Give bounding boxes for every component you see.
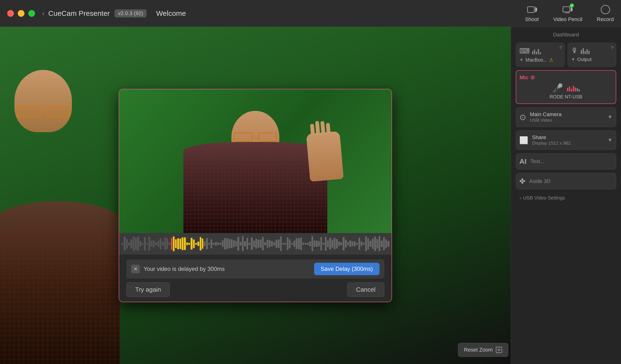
waveform-bar (193, 239, 195, 248)
waveform-bar (206, 238, 208, 249)
back-button[interactable]: ‹ (42, 10, 44, 17)
share-title: Share (532, 134, 604, 141)
input-card[interactable]: ? ⌨ ▼ MacBoo... ⚠ (516, 43, 565, 67)
waveform-bar (180, 238, 181, 249)
output-card[interactable]: ? 🎙 ▼ Output (568, 43, 617, 67)
waveform-bar (316, 240, 317, 247)
share-card[interactable]: ⬜ Share Display 1512 x 982 ▼ (516, 130, 616, 150)
traffic-light-yellow[interactable] (18, 10, 24, 17)
waveform-bar (253, 240, 255, 247)
waveform-bar (278, 239, 279, 248)
waveform-bar (226, 238, 228, 249)
app-title: CueCam Presenter (48, 9, 110, 17)
waveform-bar (296, 238, 297, 249)
text-card[interactable]: AI Text... (516, 153, 616, 170)
output-card-icons: 🎙 (571, 47, 613, 55)
share-chevron[interactable]: ▼ (607, 137, 613, 143)
input-help-icon[interactable]: ? (559, 45, 562, 51)
waveform-bar (164, 237, 166, 250)
record-label: Record (597, 16, 614, 22)
waveform-bar (385, 239, 387, 248)
waveform-bar (204, 241, 206, 246)
waveform-bar (273, 242, 275, 245)
mbar7 (579, 89, 580, 92)
io-cards-row: ? ⌨ ▼ MacBoo... ⚠ (516, 43, 616, 67)
main-camera-card[interactable]: ⊙ Main Camera USB Video ▼ (516, 107, 616, 127)
waveform-bar (311, 236, 313, 251)
cancel-button[interactable]: Cancel (347, 282, 384, 297)
waveform-bar (144, 237, 146, 251)
try-again-button[interactable]: Try again (126, 282, 170, 297)
finger2 (315, 121, 320, 136)
waveform-bar (262, 237, 264, 251)
svg-rect-2 (563, 7, 570, 12)
waveform-bar (359, 237, 360, 250)
aside-icon: ✤ (519, 177, 525, 185)
waveform-bar (186, 242, 188, 245)
share-sub: Display 1512 x 982 (532, 141, 604, 146)
waveform-bar (345, 240, 347, 248)
waveform-bar (287, 237, 288, 250)
input-card-icons: ⌨ (519, 47, 561, 55)
video-pencil-icon (563, 4, 573, 15)
mbar2 (569, 86, 570, 92)
mic-card[interactable]: Mic ⊘ 🎤 RODE NT-USB (516, 70, 616, 104)
waveform-bar (210, 239, 212, 248)
waveform-bar (320, 237, 322, 251)
waveform-bar (361, 241, 362, 246)
share-icon: ⬜ (519, 136, 528, 144)
record-button[interactable]: Record (597, 4, 614, 22)
waveform-bar (383, 237, 385, 250)
titlebar: ‹ CueCam Presenter v2.0.3 (92) Welcome S… (0, 0, 621, 27)
waveform-bar (338, 241, 340, 246)
waveform-bar (240, 242, 242, 246)
waveform-bar (356, 243, 358, 245)
aside-label: Aside 3D (529, 178, 613, 184)
waveform-bar (267, 240, 268, 248)
usb-video-settings-link[interactable]: › USB Video Settings (516, 193, 616, 203)
traffic-lights (7, 10, 35, 17)
waveform-bar (336, 239, 338, 248)
modal-glasses-bridge (253, 137, 258, 138)
aside-3d-card[interactable]: ✤ Aside 3D (516, 173, 616, 190)
modal-actions: Try again Cancel (126, 282, 384, 297)
waveform-bar (233, 240, 235, 247)
waveform-bar (208, 243, 210, 245)
waveform-bar (177, 238, 179, 249)
bar1 (532, 51, 533, 54)
mbar6 (577, 88, 578, 92)
waveform-bar (195, 243, 197, 245)
waveform-bar (153, 240, 155, 247)
waveform-bar (191, 238, 192, 250)
traffic-light-green[interactable] (28, 10, 35, 17)
dashboard-label: Dashboard (516, 32, 616, 38)
waveform-bar (224, 238, 226, 250)
save-delay-button[interactable]: Save Delay (300ms) (314, 263, 380, 275)
waveform-bar (202, 238, 203, 249)
delay-notification-bar: ✕ Your video is delayed by 300ms Save De… (126, 259, 384, 279)
waveform-bar (289, 239, 291, 248)
video-pencil-button[interactable]: Video Pencil (553, 4, 582, 22)
traffic-light-red[interactable] (7, 10, 14, 17)
waveform-bar (173, 236, 174, 251)
waveform-bar (219, 243, 221, 245)
mic-device-label: RODE NT-USB (519, 94, 612, 100)
waveform-bar (354, 241, 356, 246)
shoot-button[interactable]: Shoot (525, 4, 539, 22)
waveform-bar (325, 237, 327, 251)
modal-hand (306, 131, 344, 182)
input-device-label: MacBoo... (526, 57, 547, 63)
waveform-bar (293, 240, 295, 247)
input-label-row: ▼ MacBoo... ⚠ (519, 57, 561, 63)
mic-title-row: Mic ⊘ (519, 75, 612, 81)
waveform-bar (146, 243, 148, 245)
waveform-bar (363, 243, 364, 245)
waveform-bar (302, 243, 304, 245)
output-chevron: ▼ (571, 57, 575, 62)
bar3 (536, 51, 537, 54)
waveform-bar (352, 241, 353, 246)
camera-chevron[interactable]: ▼ (607, 114, 613, 120)
output-help-icon[interactable]: ? (611, 45, 614, 51)
close-delay-button[interactable]: ✕ (131, 265, 140, 273)
camera-sub: USB Video (530, 118, 604, 123)
